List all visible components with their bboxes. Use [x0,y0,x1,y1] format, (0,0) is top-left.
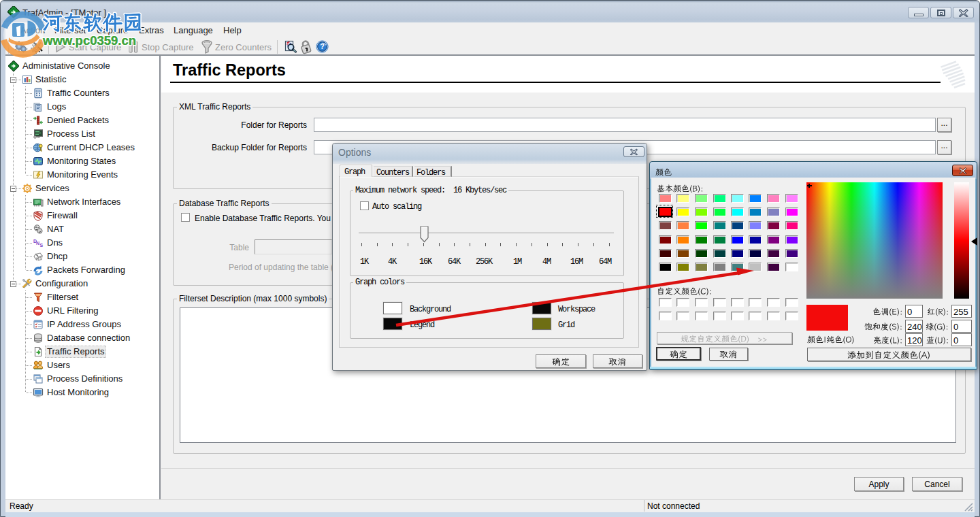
svg-text:N: N [36,241,39,246]
svg-text:www.pc0359.cn: www.pc0359.cn [42,33,136,48]
svg-text:S: S [40,243,44,248]
svg-text:?: ? [320,42,324,50]
